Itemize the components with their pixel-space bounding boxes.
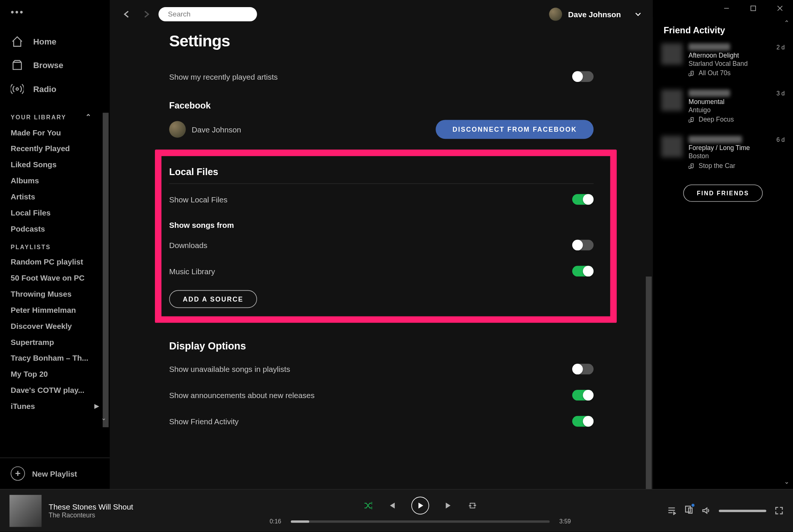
friend-activity-item[interactable]: 2 d Afternoon Delight Starland Vocal Ban… xyxy=(661,43,785,77)
nav-radio[interactable]: Radio xyxy=(11,77,105,101)
playlist-item[interactable]: Peter Himmelman xyxy=(0,302,110,318)
search-input[interactable] xyxy=(168,10,257,18)
toggle-recently-played[interactable] xyxy=(572,71,594,82)
setting-label: Show unavailable songs in playlists xyxy=(169,365,290,374)
minimize-button[interactable] xyxy=(713,0,739,16)
progress-bar-row: 0:16 3:59 xyxy=(266,518,575,525)
topbar: Dave Johnson xyxy=(110,0,653,28)
chevron-down-icon xyxy=(634,10,642,18)
forward-button[interactable] xyxy=(141,8,153,20)
playlist-item[interactable]: Supertramp xyxy=(0,334,110,350)
friend-playlist: Deep Focus xyxy=(699,116,734,123)
music-note-icon xyxy=(689,162,695,169)
friend-time: 2 d xyxy=(777,44,785,50)
now-playing-info[interactable]: These Stones Will Shout The Raconteurs xyxy=(9,495,187,527)
section-facebook: Facebook xyxy=(169,89,594,114)
playlist-item[interactable]: Dave's COTW play... xyxy=(0,382,110,398)
now-playing-artist: The Raconteurs xyxy=(49,511,133,519)
radio-icon xyxy=(11,82,24,95)
setting-unavailable-songs: Show unavailable songs in playlists xyxy=(169,356,594,382)
new-playlist-button[interactable]: + New Playlist xyxy=(0,458,110,489)
find-friends-button[interactable]: FIND FRIENDS xyxy=(683,184,763,202)
toggle-announcements[interactable] xyxy=(572,390,594,401)
lib-recently-played[interactable]: Recently Played xyxy=(0,141,110,157)
nav-home[interactable]: Home xyxy=(11,30,105,53)
repeat-icon[interactable] xyxy=(468,501,476,510)
friend-activity-item[interactable]: 6 d Foreplay / Long Time Boston Stop the… xyxy=(661,136,785,169)
album-art xyxy=(9,495,42,527)
toggle-show-local-files[interactable] xyxy=(572,194,594,205)
friend-activity-item[interactable]: 3 d Monumental Antuigo Deep Focus xyxy=(661,89,785,123)
playlist-item[interactable]: Discover Weekly xyxy=(0,318,110,334)
setting-label: Show my recently played artists xyxy=(169,72,278,81)
toggle-music-library[interactable] xyxy=(572,266,594,277)
setting-recently-played: Show my recently played artists xyxy=(169,64,594,90)
app-menu-dots[interactable]: ••• xyxy=(0,0,110,25)
lib-albums[interactable]: Albums xyxy=(0,173,110,189)
setting-downloads: Downloads xyxy=(169,232,594,258)
nav-radio-label: Radio xyxy=(33,84,57,94)
playback-extras xyxy=(653,505,784,516)
library-section-text: YOUR LIBRARY xyxy=(11,114,67,120)
shuffle-icon[interactable] xyxy=(364,501,372,510)
volume-icon[interactable] xyxy=(702,506,711,515)
search-box[interactable] xyxy=(158,7,257,21)
chevron-down-icon[interactable]: ⌄ xyxy=(0,414,110,422)
back-button[interactable] xyxy=(121,8,132,20)
toggle-friend-activity[interactable] xyxy=(572,416,594,427)
setting-announcements: Show announcements about new releases xyxy=(169,382,594,408)
friend-artist: Boston xyxy=(689,153,785,160)
maximize-button[interactable] xyxy=(739,0,766,16)
friend-activity-title: Friend Activity xyxy=(653,16,793,43)
window-controls xyxy=(653,0,793,16)
playlist-item[interactable]: Tracy Bonham – Th... xyxy=(0,350,110,366)
setting-friend-activity: Show Friend Activity xyxy=(169,408,594,434)
lib-liked-songs[interactable]: Liked Songs xyxy=(0,157,110,173)
chevron-up-icon[interactable]: ⌃ xyxy=(784,19,789,27)
lib-podcasts[interactable]: Podcasts xyxy=(0,221,110,237)
playlist-item[interactable]: 50 Foot Wave on PC xyxy=(0,270,110,286)
playlist-expand-icon[interactable]: ▶ xyxy=(94,402,99,410)
plus-icon: + xyxy=(11,467,25,481)
library-scroll: YOUR LIBRARY ⌃ Made For You Recently Pla… xyxy=(0,106,110,458)
setting-label: Show Friend Activity xyxy=(169,417,239,426)
close-button[interactable] xyxy=(766,0,793,16)
friend-playlist: All Out 70s xyxy=(699,70,731,77)
playlist-item[interactable]: My Top 20 xyxy=(0,366,110,382)
avatar xyxy=(169,121,186,138)
facebook-name: Dave Johnson xyxy=(192,125,241,134)
nav-browse[interactable]: Browse xyxy=(11,53,105,77)
toggle-unavailable-songs[interactable] xyxy=(572,364,594,374)
playlists-section-label: PLAYLISTS xyxy=(0,237,110,254)
friend-artist: Starland Vocal Band xyxy=(689,60,785,67)
disconnect-facebook-button[interactable]: DISCONNECT FROM FACEBOOK xyxy=(436,120,594,139)
fullscreen-icon[interactable] xyxy=(775,506,784,515)
playlist-item[interactable]: Throwing Muses xyxy=(0,286,110,302)
facebook-row: Dave Johnson DISCONNECT FROM FACEBOOK xyxy=(169,114,594,145)
progress-bar[interactable] xyxy=(291,520,550,522)
elapsed-time: 0:16 xyxy=(266,518,285,525)
next-track-icon[interactable] xyxy=(445,501,453,510)
playlist-item[interactable]: Random PC playlist xyxy=(0,254,110,270)
new-playlist-label: New Playlist xyxy=(32,469,77,478)
playback-controls: 0:16 3:59 xyxy=(197,497,644,525)
queue-icon[interactable] xyxy=(667,506,676,515)
playlist-item-itunes[interactable]: iTunes xyxy=(0,398,94,414)
user-menu[interactable]: Dave Johnson xyxy=(549,8,642,21)
chevron-down-icon[interactable]: ⌄ xyxy=(784,478,789,486)
lib-made-for-you[interactable]: Made For You xyxy=(0,125,110,141)
page-title: Settings xyxy=(169,32,594,51)
friend-playlist: Stop the Car xyxy=(699,162,735,169)
chevron-up-icon[interactable]: ⌃ xyxy=(85,113,92,121)
friend-activity-list: 2 d Afternoon Delight Starland Vocal Ban… xyxy=(653,43,793,169)
lib-artists[interactable]: Artists xyxy=(0,189,110,205)
lib-local-files[interactable]: Local Files xyxy=(0,205,110,221)
volume-slider[interactable] xyxy=(719,510,766,512)
add-source-button[interactable]: ADD A SOURCE xyxy=(169,290,257,308)
duration-time: 3:59 xyxy=(556,518,575,525)
previous-track-icon[interactable] xyxy=(388,501,396,510)
play-button[interactable] xyxy=(411,497,429,515)
local-files-highlight: Local Files Show Local Files Show songs … xyxy=(155,150,617,323)
devices-icon[interactable] xyxy=(684,505,693,516)
toggle-downloads[interactable] xyxy=(572,240,594,251)
